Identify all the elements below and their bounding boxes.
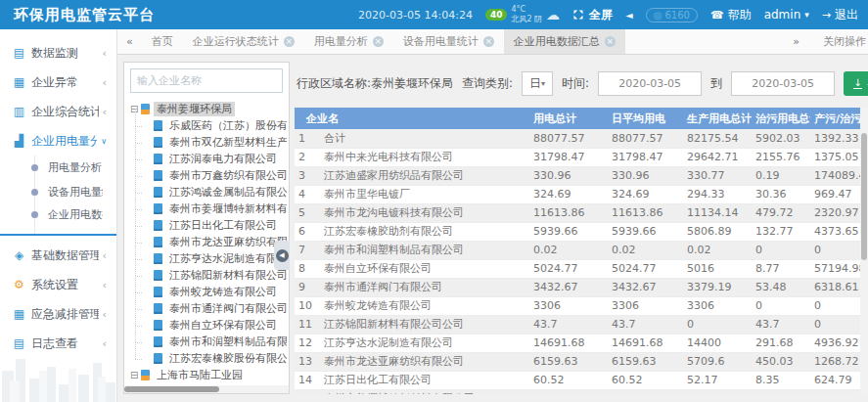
region-name-label: 行政区域名称:泰州姜堰环保局: [297, 75, 453, 92]
sidebar-menu-item[interactable]: 企业用电数据汇总: [0, 204, 116, 236]
menu-icon: ◈: [12, 248, 26, 262]
sidebar-menu-item[interactable]: ◈ 基础数据管理 ‹: [0, 241, 116, 270]
table-row[interactable]: 8 泰州自立环保有限公司 5024.77 5024.77 5016 8.77 5…: [295, 259, 860, 278]
table-row[interactable]: 14 江苏日出化工有限公司 60.52 60.52 52.17 8.35 624…: [295, 371, 860, 389]
help-button[interactable]: ☎ 帮助: [710, 7, 752, 23]
table-row[interactable]: 15 泰州市姜堰博特新材料有限公司 830.84 830.84 739.43 4…: [295, 389, 860, 394]
company-icon: [141, 370, 150, 380]
alarm-count-badge[interactable]: ◎ 6160: [646, 8, 698, 22]
tree-node[interactable]: 江苏润泰电力有限公司: [130, 151, 287, 167]
table-row[interactable]: 10 泰州蛟龙铸造有限公司 3306 3306 3306 0 0: [295, 296, 860, 315]
expand-toggle-icon[interactable]: ⊟: [130, 370, 141, 380]
production-power-cell: 5709.6: [683, 352, 752, 371]
tree-node[interactable]: 泰州市万鑫纺织有限公司: [130, 167, 287, 184]
tree-node[interactable]: 泰州自立环保有限公司: [130, 317, 287, 334]
tree-node[interactable]: ⊟ 上海市马陆工业园: [130, 367, 287, 383]
tree-node[interactable]: 江苏锦阳新材料有限公司公司: [130, 267, 287, 284]
sidebar-menu-item[interactable]: ▟ 企业用电量分析 ∨: [0, 126, 116, 156]
table-row[interactable]: 4 泰州市里华电镀厂 324.69 324.69 294.33 30.36 96…: [295, 185, 860, 203]
sidebar-menu-item[interactable]: 设备用电量统计: [0, 180, 116, 204]
tree-node[interactable]: 泰州市龙达亚麻纺织有限公司: [130, 234, 287, 250]
query-type-select[interactable]: 日 ▾: [522, 71, 553, 96]
tab[interactable]: 设备用电量统计: [393, 29, 504, 54]
tab[interactable]: 首页: [142, 29, 183, 54]
table-row[interactable]: 2 泰州中来光电科技有限公司 31798.47 31798.47 29642.7…: [295, 148, 860, 166]
ratio-cell: 4373.65: [810, 222, 860, 241]
date-to-input[interactable]: [731, 71, 835, 96]
sidebar-menu-item[interactable]: ▤ 数据监测 ‹: [0, 38, 116, 67]
company-name-cell: 泰州市龙达亚麻纺织有限公司: [320, 352, 529, 371]
table-row[interactable]: 7 泰州市和润塑料制品有限公司 0.02 0.02 0.02 0 0: [295, 241, 860, 259]
tab[interactable]: 企业用电数据汇总: [504, 29, 625, 54]
tab-close-icon[interactable]: [605, 36, 616, 47]
menu-icon: [31, 211, 38, 218]
pollution-power-cell: 0: [752, 241, 810, 259]
tree-node-label: 泰州市龙达亚麻纺织有限公司: [166, 235, 287, 249]
tab-close-icon[interactable]: [284, 36, 295, 47]
sidebar-menu-item[interactable]: ▦ 企业异常 ‹: [0, 67, 116, 97]
sidebar-menu-item[interactable]: ▦ 应急减排管理 ‹: [0, 299, 116, 329]
company-name-cell: 泰州市里华电镀厂: [320, 185, 529, 203]
company-name-cell: 泰州市通洋阀门有限公司: [320, 278, 529, 296]
tree-node[interactable]: 泰州市姜堰博特新材料有限公司: [130, 201, 287, 217]
menu-item-label: 应急减排管理: [31, 306, 99, 323]
tree-node[interactable]: 泰州蛟龙铸造有限公司: [130, 284, 287, 300]
table-row[interactable]: 6 江苏宏泰橡胶助剂有限公司 5939.66 5939.66 5806.89 1…: [295, 222, 860, 241]
tree-node[interactable]: ⊟ 泰州姜堰环保局: [130, 101, 287, 117]
company-search-input[interactable]: [130, 68, 283, 93]
user-menu[interactable]: admin ▾: [764, 8, 809, 22]
tab-bar: « 首页 企业运行状态统计 用电量分析: [117, 29, 868, 55]
tree-node[interactable]: 乐威医药（江苏）股份有限公司: [130, 117, 287, 134]
row-index-cell: 1: [295, 129, 320, 148]
sidebar-menu-item[interactable]: ▤ 日志查看 ‹: [0, 329, 116, 358]
table-row[interactable]: 1 合计 88077.57 88077.57 82175.54 5902.03 …: [295, 129, 860, 148]
sidebar-menu-item[interactable]: ▥ 企业综合统计 ‹: [0, 97, 116, 126]
table-row[interactable]: 12 江苏亨达水泥制造有限公司 14691.68 14691.68 14400 …: [295, 334, 860, 352]
logout-button[interactable]: → 退出: [822, 7, 858, 23]
query-toolbar: 行政区域名称:泰州姜堰环保局 查询类别: 日 ▾ 时间: 到 ↓ 导出: [295, 62, 868, 108]
tree-node-label: 乐威医药（江苏）股份有限公司: [166, 118, 287, 133]
tab[interactable]: 用电量分析: [304, 29, 393, 54]
production-power-cell: 739.43: [683, 389, 752, 394]
company-name-cell: 泰州自立环保有限公司: [320, 259, 529, 278]
scrollbar-thumb[interactable]: [124, 386, 219, 392]
table-row[interactable]: 9 泰州市通洋阀门有限公司 3432.67 3432.67 3379.19 53…: [295, 278, 860, 296]
fullscreen-button[interactable]: 全屏: [572, 7, 613, 23]
row-index-cell: 13: [295, 352, 320, 371]
tree-node[interactable]: 泰州市和润塑料制品有限公司: [130, 334, 287, 350]
tree-collapse-button[interactable]: ◀: [274, 241, 290, 270]
tab-close-icon[interactable]: [373, 36, 384, 47]
tree-node-label: 泰州市通洋阀门有限公司: [166, 301, 287, 316]
speaker-muted-icon[interactable]: ◄: [625, 10, 633, 21]
pollution-power-cell: 2155.76: [752, 148, 810, 166]
tree-node[interactable]: 泰州市通洋阀门有限公司: [130, 300, 287, 317]
tree-node[interactable]: 江苏宏泰橡胶股份有限公司: [130, 350, 287, 367]
tree-horizontal-scrollbar[interactable]: [124, 385, 289, 393]
sidebar: ▤ 数据监测 ‹ ▦ 企业异常 ‹ ▥ 企业综合统计 ‹ ▟: [0, 29, 117, 402]
tabs-scroll-right-icon[interactable]: »: [784, 35, 808, 48]
tree-node[interactable]: 江苏鸿诚金属制品有限公司: [130, 184, 287, 201]
tabs-scroll-left-icon[interactable]: «: [117, 35, 142, 48]
table-vertical-scrollbar[interactable]: [860, 108, 868, 394]
sidebar-menu-item[interactable]: ⚙ 系统设置 ‹: [0, 270, 116, 299]
tab-close-icon[interactable]: [483, 36, 494, 47]
company-name-cell: 江苏亨达水泥制造有限公司: [320, 334, 529, 352]
table-row[interactable]: 11 江苏锦阳新材料有限公司公司 43.7 43.7 0 43.7 0: [295, 315, 860, 334]
tab[interactable]: 企业运行状态统计: [183, 29, 304, 54]
alarm-icon: ◎: [654, 10, 662, 21]
tree-node[interactable]: 江苏亨达水泥制造有限公司: [130, 250, 287, 267]
tree-node[interactable]: 泰州市双亿新型材料生产有限公司: [130, 134, 287, 151]
table-row[interactable]: 3 江苏迪盛家用纺织品有限公司 330.96 330.96 330.77 0.1…: [295, 166, 860, 185]
menu-chevron-icon: ∨: [101, 137, 107, 146]
close-operations-menu[interactable]: 关闭操作: [823, 34, 866, 49]
menu-icon: ▤: [12, 46, 26, 60]
date-from-input[interactable]: [598, 71, 702, 96]
tree-node[interactable]: 江苏日出化工有限公司: [130, 217, 287, 234]
logout-icon: →: [822, 9, 831, 22]
table-row[interactable]: 13 泰州市龙达亚麻纺织有限公司 6159.63 6159.63 5709.6 …: [295, 352, 860, 371]
table-row[interactable]: 5 泰州市龙沟电镀科技有限公司 11613.86 11613.86 11134.…: [295, 203, 860, 222]
export-button[interactable]: ↓ 导出: [844, 71, 868, 96]
sidebar-menu-item[interactable]: 用电量分析: [0, 156, 116, 180]
scrollbar-thumb[interactable]: [861, 133, 867, 260]
ratio-cell: 57194.98: [810, 259, 860, 278]
